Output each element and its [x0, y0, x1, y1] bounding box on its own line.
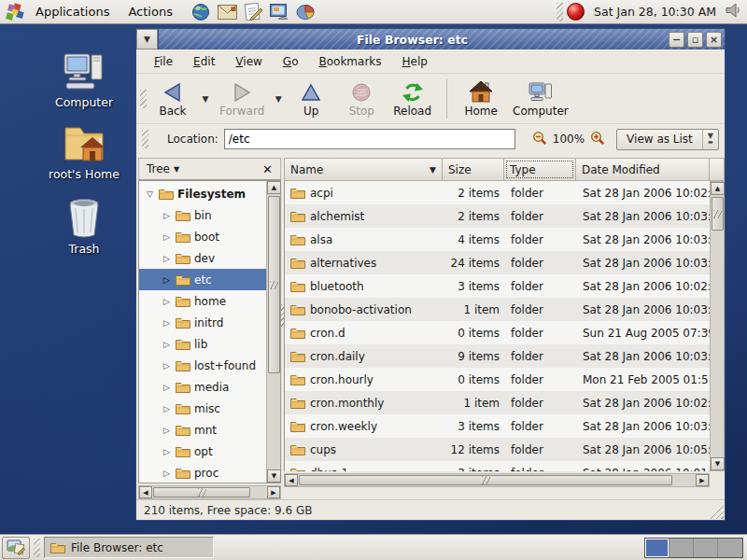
reload-button[interactable]: Reload — [388, 77, 437, 121]
alert-notification-icon[interactable] — [567, 3, 585, 21]
word-processor-launcher-icon[interactable] — [244, 2, 263, 21]
workspace-4[interactable] — [718, 539, 742, 557]
expander-closed-icon[interactable]: ▷ — [162, 275, 172, 285]
expander-closed-icon[interactable]: ▷ — [162, 426, 172, 435]
column-header-size[interactable]: Size — [443, 158, 504, 181]
menu-view[interactable]: View — [227, 52, 270, 71]
expander-closed-icon[interactable]: ▷ — [162, 211, 172, 220]
expander-closed-icon[interactable]: ▷ — [162, 383, 172, 392]
web-browser-launcher-icon[interactable] — [191, 2, 211, 21]
close-button[interactable]: × — [706, 32, 722, 48]
workspace-1[interactable] — [645, 539, 669, 557]
list-horizontal-scrollbar[interactable]: ◀ ▶ — [284, 473, 710, 487]
scroll-left-arrow[interactable]: ◀ — [285, 474, 298, 486]
menu-file[interactable]: File — [146, 52, 181, 71]
tree-item-proc[interactable]: ▷proc — [139, 462, 266, 483]
back-dropdown-arrow[interactable]: ▼ — [199, 77, 212, 121]
expander-open-icon[interactable]: ▽ — [145, 189, 155, 199]
tree-item-mnt[interactable]: ▷mnt — [139, 419, 266, 441]
computer-button[interactable]: Computer — [507, 77, 574, 121]
menu-actions[interactable]: Actions — [120, 5, 180, 19]
scrollbar-thumb[interactable] — [712, 197, 724, 231]
desktop-icon-roots-home[interactable]: root's Home — [35, 122, 133, 181]
tree-item-lib[interactable]: ▷lib — [139, 333, 266, 355]
expander-closed-icon[interactable]: ▷ — [162, 404, 172, 413]
zoom-in-icon[interactable] — [590, 131, 605, 148]
expander-closed-icon[interactable]: ▷ — [162, 469, 172, 478]
taskbar-task-file-browser[interactable]: File Browser: etc — [44, 537, 214, 558]
location-bar-handle[interactable] — [142, 130, 148, 148]
back-button[interactable]: Back — [148, 77, 197, 121]
clock[interactable]: Sat Jan 28, 10:30 AM — [588, 5, 722, 19]
expander-closed-icon[interactable]: ▷ — [162, 318, 172, 328]
expander-closed-icon[interactable]: ▷ — [162, 254, 172, 263]
maximize-button[interactable]: ▫ — [687, 32, 703, 48]
scroll-up-arrow[interactable]: ▲ — [711, 182, 725, 195]
view-mode-dropdown[interactable]: View as List ▼▬ — [616, 129, 719, 150]
window-resize-grip[interactable] — [710, 505, 724, 519]
file-row-acpi[interactable]: acpi2 itemsfolderSat 28 Jan 2006 10:02:5 — [285, 181, 710, 204]
tree-vertical-scrollbar[interactable]: ▲ ▼ — [266, 181, 280, 483]
scroll-right-arrow[interactable]: ▶ — [696, 474, 709, 486]
file-row-bluetooth[interactable]: bluetooth3 itemsfolderSat 28 Jan 2006 10… — [285, 274, 710, 298]
taskbar-handle[interactable] — [34, 539, 40, 557]
file-row-dbus-1[interactable]: dbus-13 itemsfolderSat 28 Jan 2006 10:01… — [285, 461, 710, 471]
side-pane-selector[interactable]: Tree — [143, 162, 174, 175]
workspace-2[interactable] — [669, 539, 694, 557]
zoom-out-icon[interactable] — [532, 131, 547, 148]
tree-item-media[interactable]: ▷media — [139, 376, 266, 398]
file-row-alchemist[interactable]: alchemist2 itemsfolderSat 28 Jan 2006 10… — [285, 204, 710, 228]
tree-item-bin[interactable]: ▷bin — [139, 204, 266, 226]
column-header-date-modified[interactable]: Date Modified — [576, 158, 710, 181]
scrollbar-thumb[interactable] — [268, 196, 280, 373]
minimize-button[interactable]: − — [669, 32, 684, 48]
expander-closed-icon[interactable]: ▷ — [162, 340, 172, 349]
panel-handle[interactable] — [557, 3, 563, 21]
home-button[interactable]: Home — [457, 77, 505, 121]
expander-closed-icon[interactable]: ▷ — [162, 447, 172, 456]
tree-item-filesystem[interactable]: ▽Filesystem — [139, 183, 266, 204]
file-row-alternatives[interactable]: alternatives24 itemsfolderSat 28 Jan 200… — [285, 251, 710, 274]
file-row-alsa[interactable]: alsa4 itemsfolderSat 28 Jan 2006 10:03:3 — [285, 228, 710, 251]
menu-bookmarks[interactable]: Bookmarks — [310, 52, 389, 71]
window-menu-button[interactable]: ▼ — [136, 29, 158, 49]
desktop-icon-trash[interactable]: Trash — [35, 197, 133, 256]
presentation-launcher-icon[interactable] — [270, 2, 289, 21]
scroll-up-arrow[interactable]: ▲ — [267, 181, 281, 194]
tree-item-home[interactable]: ▷home — [139, 290, 266, 312]
up-button[interactable]: Up — [287, 77, 335, 121]
file-row-cron.monthly[interactable]: cron.monthly1 itemfolderSat 28 Jan 2006 … — [285, 391, 710, 414]
show-desktop-button[interactable] — [2, 537, 30, 559]
workspace-3[interactable] — [694, 539, 718, 557]
file-row-cron.d[interactable]: cron.d0 itemsfolderSun 21 Aug 2005 07:39… — [285, 321, 710, 344]
expander-closed-icon[interactable]: ▷ — [162, 232, 172, 242]
column-header-type[interactable]: Type — [504, 158, 576, 181]
tree-item-opt[interactable]: ▷opt — [139, 441, 266, 462]
menu-go[interactable]: Go — [275, 52, 307, 71]
scrollbar-thumb[interactable] — [299, 475, 672, 485]
expander-closed-icon[interactable]: ▷ — [162, 361, 172, 371]
tree-item-lost-found[interactable]: ▷lost+found — [139, 355, 266, 376]
side-pane-close-icon[interactable]: ✕ — [259, 162, 276, 176]
menu-edit[interactable]: Edit — [185, 52, 223, 71]
desktop-icon-computer[interactable]: Computer — [35, 52, 133, 109]
scroll-right-arrow[interactable]: ▶ — [267, 486, 280, 498]
file-row-cups[interactable]: cups12 itemsfolderSat 28 Jan 2006 10:05:… — [285, 438, 710, 461]
chevron-down-icon[interactable]: ▼ — [174, 165, 179, 174]
volume-icon[interactable] — [726, 2, 741, 21]
file-row-cron.hourly[interactable]: cron.hourly0 itemsfolderMon 21 Feb 2005 … — [285, 368, 710, 391]
toolbar-handle[interactable] — [140, 90, 147, 108]
file-row-cron.weekly[interactable]: cron.weekly3 itemsfolderSat 28 Jan 2006 … — [285, 414, 710, 438]
spreadsheet-launcher-icon[interactable] — [296, 2, 316, 21]
location-input[interactable] — [224, 129, 515, 149]
forward-dropdown-arrow[interactable]: ▼ — [272, 77, 285, 121]
column-header-name[interactable]: Name ▼ — [284, 158, 443, 181]
scroll-left-arrow[interactable]: ◀ — [139, 486, 152, 498]
tree-horizontal-scrollbar[interactable]: ◀ ▶ — [138, 485, 281, 499]
menu-help[interactable]: Help — [394, 52, 436, 71]
list-vertical-scrollbar[interactable]: ▲ ▼ — [710, 181, 725, 471]
forward-button[interactable]: Forward — [214, 77, 270, 121]
scroll-down-arrow[interactable]: ▼ — [711, 457, 725, 470]
scrollbar-thumb[interactable] — [153, 487, 250, 497]
scroll-down-arrow[interactable]: ▼ — [267, 469, 281, 483]
